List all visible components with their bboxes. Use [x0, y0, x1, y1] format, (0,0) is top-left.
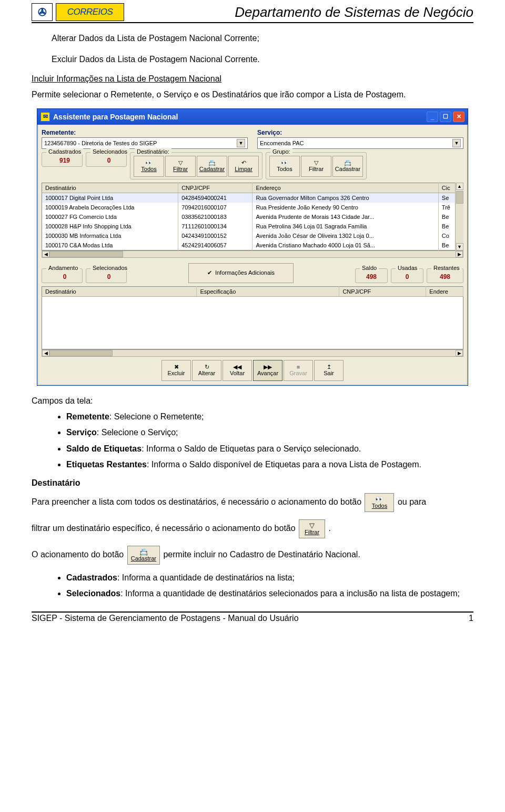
- scroll-thumb[interactable]: [456, 191, 463, 204]
- arrow-left-icon[interactable]: ◀: [42, 251, 49, 257]
- table-row[interactable]: 1000027 FG Comercio Ltda03835621000183Av…: [42, 212, 463, 222]
- table-row[interactable]: 1000019 Arabela Decorações Ltda709420160…: [42, 203, 463, 212]
- table-cell: 1000019 Arabela Decorações Ltda: [42, 203, 178, 212]
- scroll-thumb[interactable]: [49, 251, 123, 257]
- column-header[interactable]: Endere: [426, 286, 463, 296]
- vertical-scrollbar[interactable]: ▲ ▼: [455, 183, 463, 250]
- grupo-todos-button[interactable]: 👀Todos: [269, 156, 300, 177]
- rewind-icon: ◀◀: [233, 364, 241, 370]
- table-row[interactable]: 1000170 C&A Modas Ltda45242914006057Aven…: [42, 240, 463, 250]
- paragraph-alterar: Alterar Dados da Lista de Postagem Nacio…: [52, 33, 473, 44]
- arrow-down-icon[interactable]: ▼: [456, 243, 463, 250]
- chevron-down-icon[interactable]: ▼: [237, 139, 245, 147]
- servico-combobox[interactable]: Encomenda PAC ▼: [257, 137, 463, 149]
- maximize-button[interactable]: ☐: [440, 112, 451, 122]
- remetente-value: 1234567890 - Diretoria de Testes do SIGE…: [44, 140, 157, 146]
- column-header[interactable]: Especificação: [197, 286, 339, 296]
- campos-heading: Campos da tela:: [32, 395, 473, 407]
- gravar-button[interactable]: ■Gravar: [284, 360, 313, 381]
- department-title: Departamento de Sistemas de Negócio: [235, 4, 473, 21]
- funnel-icon: ▽: [309, 522, 315, 529]
- horizontal-scrollbar-lower[interactable]: ◀ ▶: [42, 349, 463, 357]
- arrow-left-icon[interactable]: ◀: [42, 350, 49, 356]
- table-row[interactable]: 1000017 Digital Point Ltda04284594000241…: [42, 193, 463, 203]
- paragraph-excluir: Excluir Dados da Lista de Postagem Nacio…: [52, 54, 473, 65]
- usadas-label: Usadas: [396, 265, 419, 271]
- voltar-button[interactable]: ◀◀Voltar: [223, 360, 252, 381]
- selecionados-grid-body[interactable]: [42, 297, 463, 349]
- table-cell: 1000017 Digital Point Ltda: [42, 193, 178, 203]
- column-header[interactable]: Endereço: [252, 183, 438, 193]
- cadastrados-label: Cadastrados: [46, 148, 83, 155]
- bullet-remetente: Remetente: Selecione o Remetente;: [66, 411, 473, 423]
- binoculars-icon: 👀: [375, 496, 383, 503]
- column-header[interactable]: Destinatário: [42, 286, 197, 296]
- saldo-value: 498: [359, 273, 384, 280]
- table-cell: Avenida João César de Oliveira 1302 Loja…: [252, 231, 438, 240]
- assistente-window: ✉ Assistente para Postagem Nacional _ ☐ …: [37, 108, 468, 386]
- paragraph-todos: Para preencher a lista com todos os dest…: [32, 493, 473, 512]
- table-cell: Avenida Prudente de Morais 143 Cidade Ja…: [252, 212, 438, 222]
- table-row[interactable]: 1000030 MB Informatica Ltda0424349100015…: [42, 231, 463, 240]
- remetente-label: Remetente:: [42, 129, 248, 136]
- table-cell: 1000030 MB Informatica Ltda: [42, 231, 178, 240]
- avancar-button[interactable]: ▶▶Avançar: [253, 360, 282, 381]
- close-button[interactable]: ✕: [453, 112, 464, 122]
- table-row[interactable]: 1000028 H&P Info Shopping Ltda7111260100…: [42, 222, 463, 231]
- cadastrados-value: 919: [45, 157, 84, 164]
- table-cell: 04243491000152: [178, 231, 252, 240]
- destinatario-heading: Destinatário: [32, 477, 473, 489]
- dest-cadastrar-button[interactable]: 📇Cadastrar: [197, 156, 227, 177]
- selecionados-value: 0: [89, 157, 128, 164]
- refresh-icon: ↻: [205, 364, 209, 370]
- restantes-value: 498: [430, 273, 460, 280]
- servico-label: Serviço:: [257, 129, 463, 136]
- column-header[interactable]: Destinatário: [42, 183, 178, 193]
- page-footer: SIGEP - Sistema de Gerenciamento de Post…: [32, 611, 473, 623]
- grupo-cadastrar-button[interactable]: 📇Cadastrar: [332, 156, 363, 177]
- inline-filtrar-button: ▽ Filtrar: [299, 519, 325, 538]
- chevron-down-icon[interactable]: ▼: [452, 139, 461, 147]
- table-cell: 04284594000241: [178, 193, 252, 203]
- table-cell: Rua Petrolina 346 Loja 01 Sagrada Famíli…: [252, 222, 438, 231]
- column-header[interactable]: CNPJ/CPF: [339, 286, 426, 296]
- excluir-button[interactable]: ✖Excluir: [161, 360, 191, 381]
- dest-filtrar-button[interactable]: ▽Filtrar: [165, 156, 196, 177]
- selecionados-grid[interactable]: DestinatárioEspecificaçãoCNPJ/CPFEndere: [42, 286, 463, 297]
- table-cell: Avenida Cristiano Machado 4000 Loja 01 S…: [252, 240, 438, 250]
- column-header[interactable]: CNPJ/CPF: [178, 183, 252, 193]
- arrow-up-icon[interactable]: ▲: [456, 183, 463, 190]
- info-adicionais-button[interactable]: ✔ Informações Adicionais: [188, 263, 294, 283]
- bullet-selecionados: Selecionados: Informa a quantidade de de…: [66, 588, 473, 599]
- table-cell: Rua Governador Milton Campos 326 Centro: [252, 193, 438, 203]
- inline-cadastrar-button: 📇 Cadastrar: [127, 546, 160, 565]
- dest-todos-button[interactable]: 👀Todos: [134, 156, 164, 177]
- arrow-right-icon[interactable]: ▶: [456, 251, 463, 257]
- dest-limpar-button[interactable]: ↶Limpar: [228, 156, 259, 177]
- correios-brand: CORREIOS: [56, 3, 124, 21]
- scroll-thumb[interactable]: [49, 350, 113, 356]
- titlebar[interactable]: ✉ Assistente para Postagem Nacional _ ☐ …: [37, 109, 468, 125]
- horizontal-scrollbar[interactable]: ◀ ▶: [42, 250, 463, 258]
- sair-button[interactable]: ↥Sair: [314, 360, 344, 381]
- grupo-filtrar-button[interactable]: ▽Filtrar: [301, 156, 331, 177]
- page-header: ✇ CORREIOS Departamento de Sistemas de N…: [32, 3, 473, 23]
- arrow-right-icon[interactable]: ▶: [456, 350, 463, 356]
- bullet-servico: Serviço: Selecione o Serviço;: [66, 427, 473, 438]
- bullet-restantes: Etiquetas Restantes: Informa o Saldo dis…: [66, 459, 473, 470]
- table-cell: 45242914006057: [178, 240, 252, 250]
- remetente-combobox[interactable]: 1234567890 - Diretoria de Testes do SIGE…: [42, 137, 248, 149]
- save-icon: ■: [297, 364, 300, 370]
- table-cell: Rua Presidente João Kenedy 90 Centro: [252, 203, 438, 212]
- x-icon: ✖: [174, 364, 179, 370]
- servico-value: Encomenda PAC: [260, 140, 304, 146]
- minimize-button[interactable]: _: [427, 112, 438, 122]
- destinatarios-grid[interactable]: DestinatárioCNPJ/CPFEndereçoCic 1000017 …: [42, 183, 463, 250]
- funnel-icon: ▽: [314, 160, 318, 166]
- table-cell: 1000027 FG Comercio Ltda: [42, 212, 178, 222]
- table-cell: 71112601000134: [178, 222, 252, 231]
- alterar-button[interactable]: ↻Alterar: [192, 360, 221, 381]
- table-cell: 03835621000183: [178, 212, 252, 222]
- bullet-saldo: Saldo de Etiquetas: Informa o Saldo de E…: [66, 443, 473, 455]
- saldo-label: Saldo: [360, 265, 379, 271]
